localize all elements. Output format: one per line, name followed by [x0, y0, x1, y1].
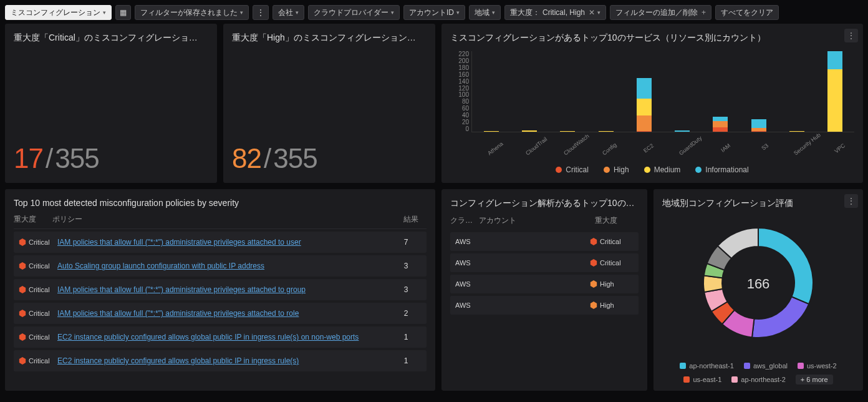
table-row[interactable]: AWSCritical	[450, 253, 639, 272]
kebab-icon[interactable]: ⋮	[844, 194, 858, 208]
legend-item[interactable]: Critical	[556, 165, 589, 174]
layout-grid-icon[interactable]: ▦	[115, 5, 131, 20]
severity-label: Critical	[29, 238, 50, 246]
legend-swatch	[731, 376, 738, 383]
filter-account[interactable]: アカウントID▾	[403, 5, 465, 20]
severity-label: Critical	[29, 357, 50, 365]
legend-item[interactable]: ap-northeast-2	[731, 375, 786, 385]
kebab-icon[interactable]: ⋮	[844, 29, 858, 42]
filter-severity-value: Critical, High	[542, 8, 585, 17]
legend-item[interactable]: Medium	[644, 165, 681, 174]
policy-link[interactable]: Auto Scaling group launch configuration …	[57, 262, 390, 270]
accounts-header: クラ… アカウント 重大度	[450, 209, 639, 230]
accounts-body: AWSCriticalAWSCriticalAWSHighAWSHigh	[450, 232, 639, 315]
bottom-right-split: コンフィグレーション解析があるトップ10の… クラ… アカウント 重大度 AWS…	[441, 189, 863, 391]
severity-badge: Critical	[19, 262, 57, 270]
y-axis-ticks: 220200180160140120100806040200	[450, 51, 469, 132]
col-account: アカウント	[479, 215, 595, 226]
card-high-stat: 82 / 355	[232, 143, 317, 174]
table-row[interactable]: CriticalEC2 instance publicly configured…	[14, 350, 427, 371]
legend-item[interactable]: us-west-2	[798, 362, 837, 370]
saved-filters-dropdown[interactable]: フィルターが保存されました ▾	[135, 5, 249, 20]
table-row[interactable]: CriticalEC2 instance publicly configured…	[14, 326, 427, 348]
filter-cloud[interactable]: クラウドプロバイダー▾	[308, 5, 400, 20]
col-results: 結果	[395, 214, 427, 225]
bar-CloudWatch[interactable]	[560, 131, 575, 132]
table-row[interactable]: AWSHigh	[450, 296, 639, 315]
x-axis-labels: AthenaCloudTrailCloudWatchConfigEC2Guard…	[471, 134, 854, 140]
chevron-down-icon: ▾	[492, 9, 495, 16]
filter-cloud-label: クラウドプロバイダー	[314, 7, 388, 18]
table-row[interactable]: AWSCritical	[450, 232, 639, 251]
policy-link[interactable]: IAM policies that allow full ("*:*") adm…	[57, 309, 390, 318]
card-critical: 重大度「Critical」のミスコンフィグレーショ… 17 / 355	[5, 24, 217, 183]
donut-chart[interactable]: 166	[696, 220, 821, 347]
scope-label: ミスコンフィグレーション	[11, 7, 100, 18]
bar-Athena[interactable]	[484, 131, 499, 132]
severity-label: Critical	[29, 310, 50, 317]
policy-link[interactable]: IAM policies that allow full ("*:*") adm…	[57, 238, 390, 247]
policy-link[interactable]: EC2 instance publicly configured allows …	[57, 356, 390, 365]
chart-legend: CriticalHighMediumInformational	[450, 165, 854, 174]
filter-severity[interactable]: 重大度： Critical, High ✕ ▾	[504, 5, 606, 20]
legend-more-button[interactable]: + 6 more	[796, 375, 833, 385]
card-critical-stat: 17 / 355	[14, 143, 99, 174]
policy-link[interactable]: IAM policies that allow full ("*:*") adm…	[57, 285, 390, 294]
panel-region-donut: 地域別コンフィグレーション評価 ⋮ 166 ap-northeast-1aws_…	[653, 189, 863, 391]
table-row[interactable]: CriticalIAM policies that allow full ("*…	[14, 303, 427, 324]
filter-company[interactable]: 会社▾	[272, 5, 304, 20]
legend-swatch	[683, 376, 690, 383]
filter-region[interactable]: 地域▾	[469, 5, 501, 20]
saved-filters-label: フィルターが保存されました	[140, 7, 238, 18]
bar-GuardDuty[interactable]	[675, 130, 690, 132]
legend-dot	[695, 167, 702, 173]
donut-slice[interactable]	[758, 228, 813, 304]
legend-item[interactable]: aws_global	[744, 362, 788, 370]
severity-label: Critical	[600, 259, 621, 267]
severity-label: High	[600, 302, 614, 309]
donut-slice[interactable]	[752, 297, 809, 338]
legend-item[interactable]: ap-northeast-1	[680, 362, 734, 370]
bar-series[interactable]	[471, 51, 854, 132]
scope-dropdown[interactable]: ミスコンフィグレーション ▾	[5, 5, 112, 20]
bar-IAM[interactable]	[713, 117, 728, 132]
cloud-provider: AWS	[455, 238, 484, 245]
legend-label: ap-northeast-2	[741, 376, 786, 383]
critical-total: 355	[55, 143, 99, 174]
hex-icon	[19, 357, 26, 365]
policies-body[interactable]: CriticalIAM policies that allow full ("*…	[14, 229, 427, 373]
legend-label: High	[614, 165, 629, 174]
bar-CloudTrail[interactable]	[522, 130, 537, 132]
bar-EC2[interactable]	[637, 78, 652, 132]
severity-badge: High	[590, 302, 634, 309]
severity-badge: Critical	[19, 238, 57, 246]
filter-account-label: アカウントID	[409, 7, 454, 18]
table-row[interactable]: CriticalAuto Scaling group launch config…	[14, 255, 427, 277]
legend-item[interactable]: High	[604, 165, 629, 174]
kebab-icon[interactable]: ⋮	[253, 5, 269, 20]
policies-header: 重大度 ポリシー 結果	[14, 208, 427, 229]
result-count: 1	[390, 356, 422, 365]
table-row[interactable]: CriticalIAM policies that allow full ("*…	[14, 279, 427, 300]
bar-Config[interactable]	[599, 131, 614, 132]
severity-label: Critical	[29, 333, 50, 341]
bar-VPC[interactable]	[827, 51, 842, 132]
policies-title: Top 10 most detected misconfiguration po…	[14, 198, 427, 208]
chevron-down-icon: ▾	[240, 9, 243, 16]
policy-link[interactable]: EC2 instance publicly configured allows …	[57, 333, 390, 341]
clear-all-button[interactable]: すべてをクリア	[715, 5, 779, 20]
hex-icon	[19, 262, 26, 270]
bar-Security Hub[interactable]	[789, 131, 804, 132]
chevron-down-icon: ▾	[597, 9, 600, 16]
close-icon[interactable]: ✕	[589, 8, 595, 17]
severity-badge: Critical	[19, 310, 57, 317]
severity-badge: Critical	[590, 238, 634, 245]
legend-item[interactable]: us-east-1	[683, 375, 721, 385]
add-remove-filter-button[interactable]: フィルターの追加／削除+	[610, 5, 711, 20]
bar-S3[interactable]	[751, 119, 766, 132]
severity-label: High	[600, 280, 614, 288]
legend-item[interactable]: Informational	[695, 165, 748, 174]
table-row[interactable]: AWSHigh	[450, 275, 639, 293]
donut-title: 地域別コンフィグレーション評価	[662, 198, 854, 209]
table-row[interactable]: CriticalIAM policies that allow full ("*…	[14, 232, 427, 253]
